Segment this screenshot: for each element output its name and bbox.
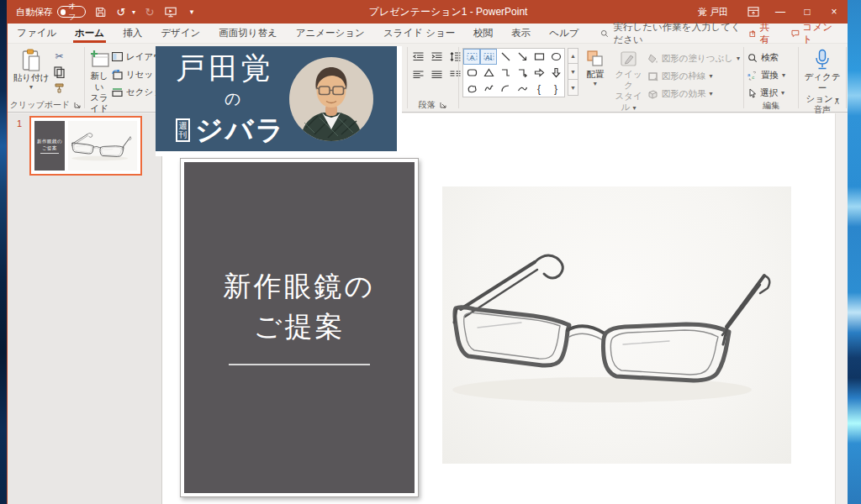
shape-elbow-arrow-connector-icon[interactable]: [514, 65, 531, 81]
autosave-switch[interactable]: オフ: [57, 6, 86, 18]
tab-animations[interactable]: アニメーション: [287, 24, 374, 43]
signed-in-user[interactable]: 覚 戸田: [698, 6, 728, 18]
thumbnail-glasses-image: [68, 121, 137, 171]
select-cursor-icon: [747, 88, 757, 98]
slide-title-placeholder[interactable]: 新作眼鏡の ご提案: [180, 158, 419, 497]
slide-canvas[interactable]: 新作眼鏡の ご提案: [162, 113, 835, 504]
tab-help[interactable]: ヘルプ: [540, 24, 588, 43]
replace-icon: ac: [747, 71, 758, 81]
start-slideshow-icon[interactable]: [164, 4, 177, 19]
banner-author-name: 戸田覚: [176, 49, 289, 88]
shapes-more-icon[interactable]: ▼: [568, 80, 578, 96]
banner-text-block: 戸田覚 の 週刊 ジバラ: [176, 49, 289, 150]
tab-file[interactable]: ファイル: [8, 24, 66, 43]
shape-oval-icon[interactable]: [547, 49, 564, 65]
shape-fill-button: 図形の塗りつぶし ▾: [647, 51, 740, 66]
autosave-toggle[interactable]: 自動保存 オフ: [16, 6, 86, 18]
collapse-ribbon-icon[interactable]: ^: [835, 99, 839, 109]
shape-vertical-text-box-icon[interactable]: A: [480, 49, 497, 65]
shape-curve-icon[interactable]: [514, 81, 531, 97]
thumbnail-title-box: 新作眼鏡の ご提案: [34, 121, 65, 171]
glasses-sketch-image[interactable]: [442, 186, 791, 464]
share-icon: [749, 29, 757, 39]
group-drawing: A A { }: [460, 44, 742, 112]
paste-button[interactable]: 貼り付け ▾: [12, 47, 50, 92]
tab-transitions[interactable]: 画面切り替え: [209, 24, 287, 43]
group-slides: 新しい スライド ▾ レイアウト リセット セクション ▾: [86, 44, 165, 112]
shape-right-brace-icon[interactable]: }: [547, 81, 564, 97]
vertical-scrollbar[interactable]: [835, 113, 848, 504]
shapes-scroll-down-icon[interactable]: ▼: [568, 64, 578, 80]
shape-right-arrow-icon[interactable]: [531, 65, 547, 81]
main-content: 1 新作眼鏡の ご提案 新作眼鏡の ご提案: [8, 113, 848, 504]
tab-view[interactable]: 表示: [502, 24, 540, 43]
arrange-button[interactable]: 配置 ▾: [580, 47, 610, 88]
shape-text-box-icon[interactable]: A: [463, 49, 480, 65]
tell-me-search[interactable]: 実行したい作業を入力してください: [600, 24, 742, 43]
dictate-button[interactable]: ディクテー ション ▾: [803, 47, 842, 104]
title-underline-rule: [229, 364, 370, 365]
group-clipboard: 貼り付け ▾ ✂ クリップボード: [9, 44, 83, 112]
save-icon[interactable]: [93, 4, 107, 19]
decrease-indent-icon[interactable]: [411, 50, 425, 63]
shapes-gallery-scroll: ▲ ▼ ▼: [568, 48, 578, 96]
tab-home[interactable]: ホーム: [66, 24, 114, 43]
comment-icon: [791, 29, 800, 39]
search-icon: [600, 29, 609, 39]
window-title: プレゼンテーション1 - PowerPoint: [198, 5, 698, 19]
paragraph-dialog-launcher-icon[interactable]: [438, 100, 448, 110]
shape-left-brace-icon[interactable]: {: [531, 81, 547, 97]
ribbon-home: 貼り付け ▾ ✂ クリップボード: [8, 44, 848, 113]
shape-arc-icon[interactable]: [497, 81, 514, 97]
ribbon-tab-row: ファイル ホーム 挿入 デザイン 画面切り替え アニメーション スライド ショー…: [8, 24, 848, 44]
powerpoint-window: 自動保存 オフ ↺ ▾ ↻ ▾ プレゼンテーション1 - PowerPoint …: [7, 0, 848, 504]
tab-slideshow[interactable]: スライド ショー: [374, 24, 464, 43]
tab-design[interactable]: デザイン: [151, 24, 209, 43]
group-paragraph: ▾ ▾ 段落: [409, 44, 457, 112]
undo-dropdown-icon[interactable]: ▾: [132, 8, 135, 16]
shapes-scroll-up-icon[interactable]: ▲: [568, 48, 578, 64]
replace-button[interactable]: ac 置換 ▾: [747, 68, 785, 82]
shape-rounded-rectangle-icon[interactable]: [463, 65, 480, 81]
slide-thumbnail-1[interactable]: 新作眼鏡の ご提案: [29, 116, 142, 176]
customize-qat-icon[interactable]: ▾: [185, 4, 198, 19]
shape-scribble-icon[interactable]: [480, 81, 497, 97]
tab-review[interactable]: 校閲: [464, 24, 502, 43]
shapes-gallery: A A { }: [462, 48, 565, 97]
banner-series-title: ジバラ: [195, 112, 285, 150]
paste-icon: [21, 49, 42, 72]
tab-insert[interactable]: 挿入: [114, 24, 151, 43]
copy-icon[interactable]: [52, 66, 66, 78]
shape-line-icon[interactable]: [497, 49, 514, 65]
quick-access-toolbar: 自動保存 オフ ↺ ▾ ↻ ▾: [8, 4, 198, 19]
shape-elbow-connector-icon[interactable]: [497, 65, 514, 81]
svg-text:A: A: [485, 54, 490, 61]
find-button[interactable]: 検索: [747, 50, 785, 65]
shape-outline-button: 図形の枠線 ▾: [647, 69, 740, 83]
clipboard-group-label: クリップボード: [9, 97, 83, 112]
banner-particle: の: [224, 88, 289, 110]
select-button[interactable]: 選択 ▾: [747, 86, 785, 100]
clipboard-dialog-launcher-icon[interactable]: [72, 100, 82, 110]
shape-triangle-icon[interactable]: [480, 65, 497, 81]
increase-indent-icon[interactable]: [430, 50, 444, 63]
slide-number: 1: [17, 118, 22, 129]
justify-icon[interactable]: [430, 69, 444, 81]
align-left-icon[interactable]: [411, 69, 425, 81]
shape-rectangle-icon[interactable]: [531, 49, 547, 65]
shape-freeform-icon[interactable]: [463, 81, 480, 97]
autosave-label: 自動保存: [16, 6, 53, 18]
format-painter-icon[interactable]: [52, 81, 66, 94]
slide-thumbnail-pane[interactable]: 1 新作眼鏡の ご提案: [8, 113, 162, 504]
autosave-switch-knob: [61, 9, 66, 15]
banner-author-photo: [289, 57, 373, 141]
shape-down-arrow-icon[interactable]: [547, 65, 564, 81]
undo-icon[interactable]: ↺: [114, 4, 128, 19]
arrange-icon: [585, 49, 605, 69]
cut-icon[interactable]: ✂: [52, 50, 66, 62]
shape-arrow-icon[interactable]: [514, 49, 531, 65]
quick-styles-button[interactable]: クイック スタイル ▾: [611, 47, 645, 113]
shape-fill-icon: [647, 54, 658, 64]
overlay-banner: 戸田覚 の 週刊 ジバラ: [156, 46, 402, 156]
dictate-microphone-icon: [814, 49, 831, 71]
